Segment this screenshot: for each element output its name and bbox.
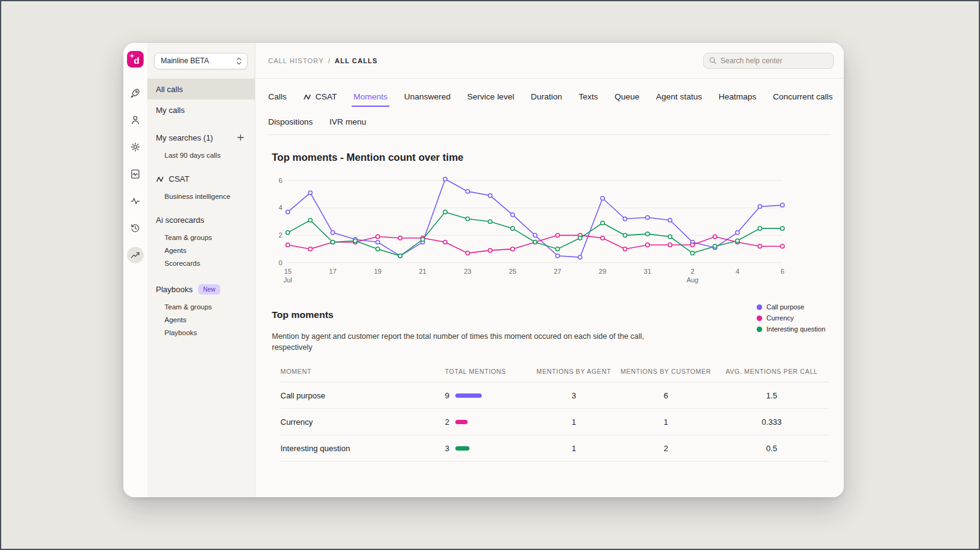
brand-logo[interactable]: d — [127, 51, 144, 68]
sidebar-item-business-intelligence[interactable]: Business intelligence — [147, 190, 255, 203]
tab-heatmaps[interactable]: Heatmaps — [719, 92, 757, 101]
svg-text:21: 21 — [419, 268, 426, 275]
cell-avg: 0.333 — [715, 417, 828, 427]
content-area: Top moments - Mention count over time 02… — [255, 135, 844, 462]
table-row-call-purpose[interactable]: Call purpose 9 3 6 1.5 — [280, 382, 829, 409]
sidebar-section-my-searches[interactable]: My searches (1) — [147, 130, 255, 145]
user-icon[interactable] — [127, 112, 144, 128]
plus-icon — [237, 134, 244, 141]
breadcrumb-separator: / — [328, 57, 331, 64]
rocket-icon[interactable] — [127, 85, 144, 101]
sidebar-section-ai-scorecards[interactable]: Ai scorecards — [147, 212, 255, 227]
cell-avg: 1.5 — [715, 391, 828, 400]
mentions-bar — [455, 393, 482, 398]
sidebar-item-playbooks-playbooks[interactable]: Playbooks — [147, 326, 255, 339]
svg-text:19: 19 — [374, 268, 381, 275]
cell-by-customer: 2 — [617, 444, 715, 453]
svg-text:29: 29 — [599, 268, 606, 275]
tab-texts[interactable]: Texts — [579, 92, 598, 101]
workspace-name: Mainline BETA — [161, 56, 209, 65]
col-header-moment: MOMENT — [280, 368, 445, 375]
svg-text:25: 25 — [509, 268, 516, 275]
top-moments-title: Top moments — [272, 309, 829, 320]
chevron-up-down-icon — [236, 56, 242, 66]
sidebar-item-all-calls[interactable]: All calls — [147, 79, 255, 99]
sidebar-item-last-90-days-calls[interactable]: Last 90 days calls — [147, 149, 255, 161]
tab-moments[interactable]: Moments — [353, 92, 388, 101]
analytics-trend-icon[interactable] — [127, 247, 144, 263]
sparkle-icon — [129, 53, 134, 58]
tab-ivr-menu[interactable]: IVR menu — [330, 117, 366, 126]
legend-label: Interesting question — [766, 325, 825, 333]
legend-item-currency[interactable]: Currency — [757, 314, 825, 322]
cell-total: 2 — [445, 417, 449, 427]
cell-by-agent: 1 — [531, 417, 617, 427]
cell-avg: 0.5 — [715, 444, 828, 453]
svg-text:0: 0 — [279, 259, 282, 266]
cell-by-customer: 6 — [617, 391, 715, 400]
tab-queue[interactable]: Queue — [614, 92, 639, 101]
history-icon[interactable] — [127, 220, 144, 236]
tab-duration[interactable]: Duration — [531, 92, 562, 101]
col-header-mentions-by-agent: MENTIONS BY AGENT — [531, 368, 617, 375]
activity-icon[interactable] — [127, 193, 144, 209]
sidebar-item-scorecards-team-groups[interactable]: Team & groups — [147, 231, 255, 244]
cell-by-customer: 1 — [617, 417, 715, 427]
sidebar-item-my-calls[interactable]: My calls — [147, 99, 255, 120]
sidebar-section-csat[interactable]: CSAT — [147, 171, 255, 186]
sidebar-section-playbooks[interactable]: Playbooks New — [147, 282, 255, 296]
svg-text:2: 2 — [690, 268, 694, 275]
tab-calls[interactable]: Calls — [268, 92, 287, 101]
app-window: d — [123, 43, 844, 497]
legend-item-interesting-question[interactable]: Interesting question — [757, 325, 825, 333]
sidebar-item-playbooks-team-groups[interactable]: Team & groups — [147, 300, 255, 313]
help-search[interactable] — [703, 53, 834, 69]
legend-dot-interesting-question — [757, 327, 762, 332]
svg-text:17: 17 — [329, 268, 336, 275]
tab-agent-status[interactable]: Agent status — [656, 92, 702, 101]
breadcrumb-all-calls: ALL CALLS — [335, 57, 378, 64]
legend-dot-call-purpose — [757, 304, 762, 310]
tab-dispositions[interactable]: Dispositions — [268, 117, 313, 126]
svg-text:2: 2 — [279, 231, 282, 239]
legend-dot-currency — [757, 316, 762, 321]
tab-csat-label: CSAT — [315, 92, 337, 101]
cell-by-agent: 3 — [531, 391, 617, 400]
sidebar: Mainline BETA All calls My calls My sear… — [147, 43, 255, 497]
sidebar-item-playbooks-agents[interactable]: Agents — [147, 313, 255, 326]
top-moments-description: Mention by agent and customer report the… — [272, 331, 665, 353]
legend-item-call-purpose[interactable]: Call purpose — [757, 303, 825, 311]
breadcrumb: CALL HISTORY / ALL CALLS — [268, 57, 377, 64]
tab-bar: Calls CSAT Moments Unanswered Service le… — [268, 79, 831, 135]
cell-by-agent: 1 — [531, 444, 617, 453]
tab-concurrent-calls[interactable]: Concurrent calls — [773, 92, 833, 101]
top-moments-section: Call purpose Currency Interesting questi… — [272, 309, 829, 462]
col-header-avg-mentions-per-call: AVG. MENTIONS PER CALL — [715, 368, 828, 375]
desktop-background: { "brand": { "letter": "d" }, "workspace… — [0, 0, 980, 550]
workspace-selector[interactable]: Mainline BETA — [154, 53, 248, 69]
my-searches-label: My searches (1) — [156, 133, 235, 142]
breadcrumb-call-history[interactable]: CALL HISTORY — [268, 57, 324, 64]
icon-rail: d — [123, 43, 147, 497]
mentions-bar — [455, 446, 469, 451]
ai-icon — [156, 175, 164, 183]
tab-unanswered[interactable]: Unanswered — [404, 92, 451, 101]
sidebar-item-scorecards-agents[interactable]: Agents — [147, 244, 255, 257]
brand-letter: d — [134, 56, 139, 65]
playbooks-label: Playbooks — [156, 285, 193, 294]
tab-service-level[interactable]: Service level — [467, 92, 514, 101]
table-header-row: MOMENT TOTAL MENTIONS MENTIONS BY AGENT … — [280, 368, 829, 382]
tab-csat[interactable]: CSAT — [303, 92, 337, 101]
table-row-currency[interactable]: Currency 2 1 1 0.333 — [280, 409, 829, 435]
report-icon[interactable] — [127, 166, 144, 182]
col-header-mentions-by-customer: MENTIONS BY CUSTOMER — [617, 368, 715, 375]
search-input[interactable] — [720, 56, 828, 65]
sidebar-item-scorecards-scorecards[interactable]: Scorecards — [147, 257, 255, 269]
add-search-button[interactable] — [235, 132, 246, 143]
gear-icon[interactable] — [127, 139, 144, 155]
main-panel: CALL HISTORY / ALL CALLS Calls CSAT Mome… — [255, 43, 844, 497]
svg-text:31: 31 — [644, 268, 651, 275]
cell-moment: Call purpose — [280, 391, 445, 400]
legend-label: Currency — [766, 314, 794, 322]
table-row-interesting-question[interactable]: Interesting question 3 1 2 0.5 — [280, 435, 829, 462]
